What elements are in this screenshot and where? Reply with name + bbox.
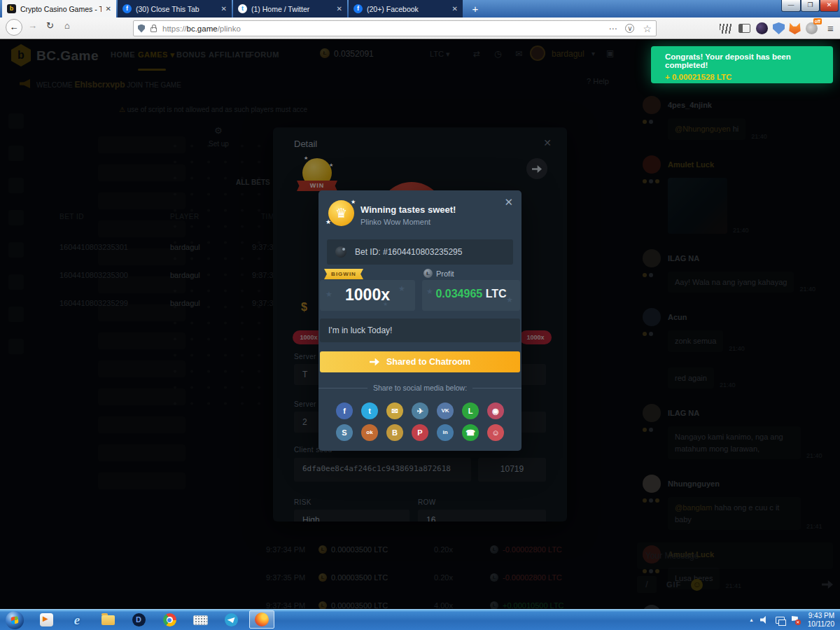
bigwin-badge: BIGWIN [324, 269, 363, 279]
extension-dark-icon[interactable] [756, 22, 768, 34]
twitter-favicon-icon: t [238, 4, 247, 13]
browser-tab[interactable]: bCrypto Casino Games - The 16✕ [2, 0, 116, 18]
linkedin-share-icon[interactable]: in [437, 424, 454, 441]
share-dialog: ✕ ♛ ★ ★ Winning tastes sweet! Plinko Wow… [318, 190, 522, 451]
reload-button[interactable]: ↻ [46, 20, 54, 31]
taskbar-explorer-icon[interactable] [95, 610, 120, 630]
reddit-share-icon[interactable]: ☺ [487, 424, 504, 441]
taskbar-chrome-icon[interactable] [157, 610, 182, 630]
tab-close-icon[interactable]: ✕ [221, 5, 227, 13]
digibyte-glyph: D [132, 613, 146, 626]
telegram-share-icon[interactable]: ✈ [412, 402, 428, 419]
twitter-share-icon[interactable]: t [361, 402, 378, 419]
window-maximize-button[interactable]: ❐ [801, 0, 820, 12]
explorer-glyph [102, 615, 115, 625]
facebook-favicon-icon: f [354, 4, 363, 13]
start-button[interactable] [6, 611, 24, 629]
share-arrow-icon [370, 358, 379, 366]
system-tray: ▲ 9:43 PM10/11/20 [749, 612, 840, 629]
action-center-flag-icon[interactable] [791, 616, 799, 624]
extension-monkey-icon[interactable]: off [806, 22, 818, 34]
social-row-2: SokBPin☎☺ [318, 424, 522, 441]
taskbar-telegram-icon[interactable] [218, 610, 244, 630]
extension-shield-icon[interactable] [773, 22, 785, 34]
lock-icon [150, 27, 157, 32]
profit-value: 0.034965 LTC [422, 288, 520, 300]
volume-icon[interactable] [760, 616, 769, 624]
chrome-glyph [163, 613, 176, 626]
toast-title: Congrats! Your deposit has been complete… [665, 52, 823, 69]
bookmark-star-icon[interactable]: ☆ [643, 23, 652, 34]
off-badge: off [813, 18, 822, 24]
toast-amount: + 0.00021528 LTC [665, 73, 823, 81]
taskbar-digibyte-icon[interactable]: D [126, 610, 151, 630]
new-tab-button[interactable]: + [468, 2, 483, 16]
sidebar-icon[interactable] [738, 24, 750, 33]
share-to-chatroom-button[interactable]: Shared to Chatroom [320, 351, 520, 372]
bitcoin-share-icon[interactable]: B [386, 424, 403, 441]
facebook-share-icon[interactable]: f [336, 402, 353, 419]
firefox-glyph [255, 612, 269, 626]
tracking-shield-icon[interactable] [138, 24, 145, 33]
profit-label: Profit [436, 270, 454, 278]
tab-title: (30) Close This Tab [136, 5, 217, 13]
tab-title: (1) Home / Twitter [251, 5, 332, 13]
menu-hamburger-icon[interactable]: ≡ [825, 22, 836, 34]
back-button[interactable]: ← [6, 19, 22, 36]
taskbar-icons: eD [34, 610, 274, 630]
skype-share-icon[interactable]: S [336, 424, 353, 441]
windows-taskbar: eD ▲ 9:43 PM10/11/20 [0, 609, 840, 630]
home-button[interactable]: ⌂ [64, 20, 70, 31]
window-close-button[interactable]: ✕ [820, 0, 839, 12]
page-actions-icon[interactable]: ⋯ [608, 24, 617, 34]
keyboard-glyph [193, 615, 208, 625]
bet-id-text: Bet ID: #1604410803235295 [355, 247, 462, 257]
taskbar-clock[interactable]: 9:43 PM10/11/20 [805, 612, 834, 629]
share-subtitle: Plinko Wow Moment [360, 218, 430, 226]
browser-tab[interactable]: f(30) Close This Tab✕ [118, 0, 232, 18]
browser-tab[interactable]: f(20+) Facebook✕ [349, 0, 463, 18]
email-share-icon[interactable]: ✉ [386, 402, 403, 419]
url-text: https://bc.game/plinko [162, 24, 241, 33]
taskbar-ie-icon[interactable]: e [64, 610, 90, 630]
url-bar[interactable]: https://bc.game/plinko ⋯ ∨ ☆ [133, 20, 657, 36]
share-close-icon[interactable]: ✕ [504, 196, 513, 209]
bet-id-row: Bet ID: #1604410803235295 [327, 239, 513, 265]
tab-title: (20+) Facebook [367, 5, 448, 13]
instagram-share-icon[interactable]: ◉ [487, 402, 504, 419]
forward-button[interactable]: → [28, 20, 37, 31]
pocket-icon[interactable]: ∨ [625, 24, 634, 33]
browser-tab-strip: bCrypto Casino Games - The 16✕f(30) Clos… [0, 0, 840, 18]
bet-coin-icon [335, 246, 346, 258]
ie-glyph: e [74, 612, 80, 628]
taskbar-keyboard-icon[interactable] [188, 610, 213, 630]
share-title: Winning tastes sweet! [360, 204, 456, 215]
deposit-toast[interactable]: Congrats! Your deposit has been complete… [651, 46, 833, 83]
telegram-glyph [225, 613, 238, 626]
tab-close-icon[interactable]: ✕ [106, 5, 111, 13]
window-minimize-button[interactable]: — [781, 0, 801, 12]
share-message-input[interactable]: I'm in luck Today! [320, 318, 520, 342]
tab-close-icon[interactable]: ✕ [337, 5, 342, 13]
vk-share-icon[interactable]: VK [437, 402, 454, 419]
profit-box: ★★ 0.034965 LTC [422, 280, 520, 311]
taskbar-wmp-icon[interactable] [34, 610, 59, 630]
network-icon[interactable] [776, 617, 785, 624]
bc-game-page: b BC.Game HOME GAMES ▾ BONUS AFFILIATE F… [0, 40, 840, 609]
profit-coin-icon: Ł [424, 269, 433, 278]
library-icon[interactable] [720, 24, 732, 34]
tab-title: Crypto Casino Games - The 16 [20, 5, 102, 13]
line-share-icon[interactable]: L [462, 402, 479, 419]
pinterest-share-icon[interactable]: P [412, 424, 428, 441]
metamask-fox-icon[interactable] [789, 22, 801, 34]
facebook-favicon-icon: f [122, 4, 132, 13]
whatsapp-share-icon[interactable]: ☎ [462, 424, 479, 441]
browser-toolbar: ← → ↻ ⌂ https://bc.game/plinko ⋯ ∨ ☆ off… [0, 18, 840, 39]
odnoklassniki-share-icon[interactable]: ok [361, 424, 378, 441]
tray-expand-icon[interactable]: ▲ [749, 617, 754, 622]
wmp-glyph [40, 613, 53, 626]
tab-close-icon[interactable]: ✕ [452, 5, 458, 13]
screen: bCrypto Casino Games - The 16✕f(30) Clos… [0, 0, 840, 630]
taskbar-firefox-icon[interactable] [249, 610, 274, 629]
browser-tab[interactable]: t(1) Home / Twitter✕ [233, 0, 347, 18]
